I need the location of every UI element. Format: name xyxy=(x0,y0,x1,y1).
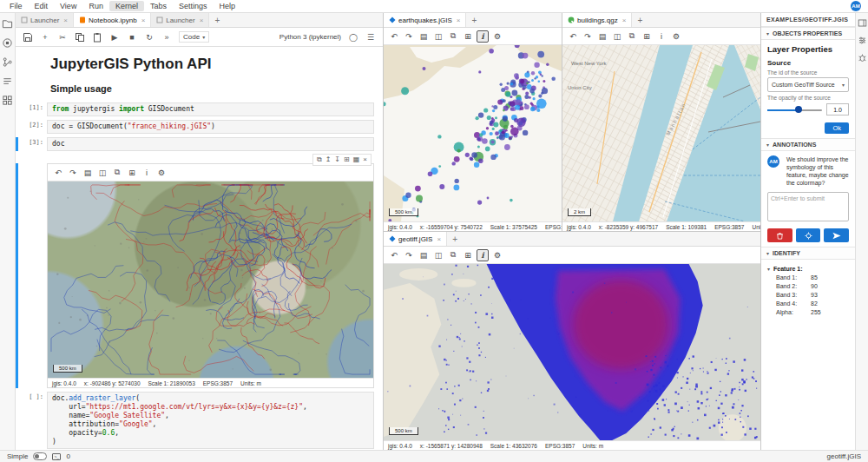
ok-button[interactable]: Ok xyxy=(825,122,849,134)
grid-icon[interactable]: ▦ xyxy=(353,155,360,164)
kernel-name[interactable]: Python 3 (ipykernel) xyxy=(279,33,341,41)
cell-editor[interactable]: doc.add_raster_layer( url="https://mt1.g… xyxy=(47,392,374,449)
close-icon[interactable]: × xyxy=(63,16,68,24)
tab-launcher-1[interactable]: Launcher × xyxy=(16,13,74,27)
close-icon[interactable]: × xyxy=(622,16,627,24)
tab-geotiff[interactable]: geotiff.jGIS × xyxy=(384,232,447,246)
table-of-contents-icon[interactable] xyxy=(2,76,13,87)
add-tab-button[interactable]: + xyxy=(466,13,482,27)
geotiff-map[interactable]: 500 km xyxy=(384,264,760,440)
restart-run-all-icon[interactable]: » xyxy=(161,32,172,43)
cell-editor[interactable]: from jupytergis import GISDocument xyxy=(47,102,374,116)
copy-cell-icon[interactable] xyxy=(75,32,85,43)
property-inspector-icon[interactable] xyxy=(858,36,867,45)
settings-icon[interactable]: ⚙ xyxy=(670,30,682,43)
menu-item[interactable]: Run xyxy=(82,1,109,11)
opacity-slider[interactable] xyxy=(767,105,822,114)
undo-icon[interactable]: ↶ xyxy=(388,249,400,261)
redo-icon[interactable]: ↷ xyxy=(403,30,415,43)
run-cell-icon[interactable]: ▶ xyxy=(109,32,120,43)
layer-browser-icon[interactable]: ▤ xyxy=(82,167,94,179)
console-icon[interactable]: ⊞ xyxy=(462,30,474,43)
menu-item[interactable]: Kernel xyxy=(109,1,144,11)
move-cell-down-icon[interactable]: ↧ xyxy=(334,155,340,164)
overlay-icon[interactable]: ⧉ xyxy=(447,30,459,43)
source-select[interactable]: Custom GeoTiff Source ▾ xyxy=(767,77,849,92)
menu-item[interactable]: File xyxy=(3,1,29,11)
cut-cell-icon[interactable]: ✂ xyxy=(57,32,68,43)
running-kernels-icon[interactable] xyxy=(2,37,13,49)
earthquakes-map[interactable]: 500 km xyxy=(384,45,562,221)
close-icon[interactable]: × xyxy=(141,16,146,24)
france-map[interactable]: 500 km xyxy=(48,182,373,378)
notebook-menu-icon[interactable]: ☰ xyxy=(365,32,376,43)
slider-thumb[interactable] xyxy=(795,106,802,113)
cell-editor[interactable]: doc = GISDocument("france_hiking.jGIS") xyxy=(47,120,374,134)
layer-browser-icon[interactable]: ▤ xyxy=(418,30,430,43)
overlay-icon[interactable]: ⧉ xyxy=(111,167,123,179)
add-cell-icon[interactable]: + xyxy=(40,32,50,43)
console-icon[interactable]: ⊞ xyxy=(462,249,474,261)
identify-icon[interactable]: i xyxy=(141,167,153,179)
settings-icon[interactable]: ⚙ xyxy=(491,30,503,43)
duplicate-cell-icon[interactable]: ⧉ xyxy=(317,155,322,164)
tab-launcher-2[interactable]: Launcher × xyxy=(151,13,209,27)
stop-kernel-icon[interactable]: ■ xyxy=(127,32,137,43)
git-icon[interactable] xyxy=(2,56,13,68)
close-icon[interactable]: × xyxy=(200,16,204,24)
save-icon[interactable] xyxy=(23,32,33,43)
new-layer-icon[interactable]: ◫ xyxy=(611,30,623,43)
section-annotations[interactable]: ▾ ANNOTATIONS xyxy=(761,138,855,151)
add-tab-button[interactable]: + xyxy=(209,13,225,27)
overlay-icon[interactable]: ⧉ xyxy=(626,30,638,43)
simple-mode-toggle[interactable] xyxy=(33,452,47,460)
settings-icon[interactable]: ⚙ xyxy=(491,249,503,261)
restart-kernel-icon[interactable]: ↻ xyxy=(144,32,155,43)
feature-header[interactable]: ▾ Feature 1: xyxy=(767,266,849,272)
markdown-title[interactable]: JupyterGIS Python API xyxy=(50,56,378,73)
section-identify[interactable]: ▾ IDENTIFY xyxy=(761,247,855,260)
tab-notebook[interactable]: Notebook.ipynb × xyxy=(74,13,151,27)
user-avatar[interactable]: AM xyxy=(851,1,861,11)
file-browser-icon[interactable] xyxy=(2,18,13,30)
paste-cell-icon[interactable] xyxy=(92,32,102,43)
redo-icon[interactable]: ↷ xyxy=(67,167,79,179)
settings-icon[interactable]: ⚙ xyxy=(155,167,168,179)
annotation-input[interactable] xyxy=(767,192,849,221)
menu-item[interactable]: Edit xyxy=(29,1,55,11)
layer-browser-icon[interactable]: ▤ xyxy=(596,30,608,43)
console-icon[interactable]: ⊞ xyxy=(126,167,138,179)
tab-buildings[interactable]: buildings.qgz × xyxy=(562,13,632,27)
insert-cell-icon[interactable]: ⊞ xyxy=(344,155,350,164)
collapse-sidebar-icon[interactable] xyxy=(858,18,867,28)
menu-item[interactable]: Settings xyxy=(173,1,214,11)
redo-icon[interactable]: ↷ xyxy=(582,30,594,43)
section-objects-properties[interactable]: ▾ OBJECTS PROPERTIES xyxy=(761,27,855,40)
identify-icon[interactable]: i xyxy=(655,30,667,43)
buildings-map[interactable]: West New York Union City Manhattan 2 km xyxy=(562,45,760,221)
identify-icon[interactable]: i xyxy=(477,30,489,43)
undo-icon[interactable]: ↶ xyxy=(567,30,579,43)
undo-icon[interactable]: ↶ xyxy=(52,167,64,179)
new-layer-icon[interactable]: ◫ xyxy=(96,167,108,179)
delete-cell-icon[interactable]: × xyxy=(363,155,367,164)
menu-item[interactable]: Help xyxy=(213,1,241,11)
markdown-subtitle[interactable]: Simple usage xyxy=(50,83,378,94)
current-file-indicator[interactable]: geotiff.jGIS xyxy=(827,452,861,460)
close-icon[interactable]: × xyxy=(457,16,461,24)
close-icon[interactable]: × xyxy=(437,235,441,243)
new-layer-icon[interactable]: ◫ xyxy=(432,249,444,261)
menu-item[interactable]: View xyxy=(54,1,82,11)
add-tab-button[interactable]: + xyxy=(632,13,648,27)
redo-icon[interactable]: ↷ xyxy=(403,249,415,261)
move-cell-up-icon[interactable]: ↥ xyxy=(326,155,332,164)
console-icon[interactable]: ⊞ xyxy=(641,30,653,43)
undo-icon[interactable]: ↶ xyxy=(388,30,400,43)
layer-browser-icon[interactable]: ▤ xyxy=(418,249,430,261)
extension-manager-icon[interactable] xyxy=(2,95,13,106)
identify-icon[interactable]: i xyxy=(477,249,489,261)
submit-annotation-button[interactable] xyxy=(824,228,849,242)
tab-earthquakes[interactable]: earthquakes.jGIS × xyxy=(384,13,466,27)
zoom-to-annotation-button[interactable] xyxy=(796,228,821,242)
terminal-count[interactable]: 0 xyxy=(66,452,69,460)
